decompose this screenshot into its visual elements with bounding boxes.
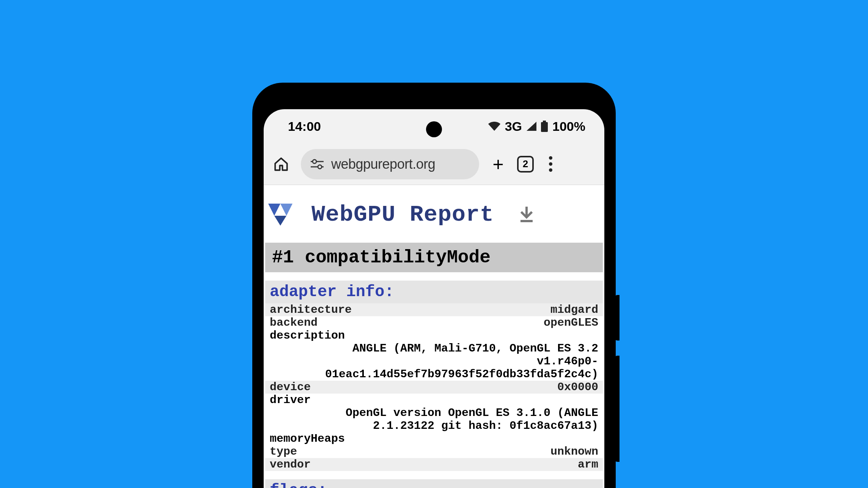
adapter-info-heading: adapter info:	[265, 281, 603, 303]
key-label: architecture	[270, 303, 352, 316]
webgpu-logo-icon	[268, 204, 305, 226]
svg-rect-1	[541, 122, 548, 132]
row-backend: backend openGLES	[265, 316, 603, 329]
row-description-value: ANGLE (ARM, Mali-G710, OpenGL ES 3.2 v1.…	[265, 342, 603, 381]
value-label: unknown	[550, 445, 598, 458]
phone-screen: 14:00 3G 100%	[264, 109, 604, 488]
wifi-icon	[488, 122, 500, 131]
network-label: 3G	[505, 119, 522, 134]
key-label: memoryHeaps	[270, 432, 345, 445]
value-label: midgard	[550, 303, 598, 316]
row-memoryheaps: memoryHeaps	[265, 432, 603, 445]
svg-point-5	[318, 165, 322, 169]
signal-icon	[527, 122, 536, 131]
phone-volume-button	[615, 356, 620, 462]
key-label: description	[270, 329, 345, 342]
tune-icon	[311, 158, 324, 170]
flags-heading: flags:	[265, 479, 603, 488]
key-label: device	[270, 381, 311, 394]
svg-rect-0	[543, 121, 546, 122]
download-button[interactable]	[519, 207, 534, 223]
row-driver-key: driver	[265, 394, 603, 406]
row-device: device 0x0000	[265, 381, 603, 394]
home-button[interactable]	[272, 155, 290, 173]
battery-icon	[541, 121, 548, 132]
value-label: 0x0000	[557, 381, 598, 394]
page-header: WebGPU Report	[265, 193, 603, 243]
page-title: WebGPU Report	[311, 202, 494, 228]
battery-percent: 100%	[552, 119, 585, 134]
address-bar[interactable]: webgpureport.org	[301, 149, 479, 179]
key-label: driver	[270, 394, 311, 406]
value-label: openGLES	[544, 316, 598, 329]
row-driver-value: OpenGL version OpenGL ES 3.1.0 (ANGLE 2.…	[265, 406, 603, 432]
tab-count-label: 2	[523, 158, 528, 170]
svg-point-3	[313, 160, 316, 163]
section-heading: #1 compatibilityMode	[265, 243, 603, 272]
value-label: arm	[578, 458, 598, 471]
url-text: webgpureport.org	[331, 156, 435, 172]
tab-switcher[interactable]: 2	[517, 156, 534, 173]
phone-side-button	[615, 295, 620, 341]
row-description-key: description	[265, 329, 603, 342]
phone-frame: 14:00 3G 100%	[252, 83, 616, 488]
key-label: vendor	[270, 458, 311, 471]
key-label: type	[270, 445, 297, 458]
page-content: WebGPU Report #1 compatibilityMode adapt…	[264, 185, 604, 488]
browser-toolbar: webgpureport.org + 2	[264, 143, 604, 185]
status-time: 14:00	[288, 119, 321, 134]
key-label: backend	[270, 316, 318, 329]
row-architecture: architecture midgard	[265, 303, 603, 316]
overflow-menu-button[interactable]	[544, 156, 557, 172]
front-camera	[426, 121, 442, 137]
row-vendor: vendor arm	[265, 458, 603, 471]
new-tab-button[interactable]: +	[490, 155, 506, 174]
row-type: type unknown	[265, 445, 603, 458]
